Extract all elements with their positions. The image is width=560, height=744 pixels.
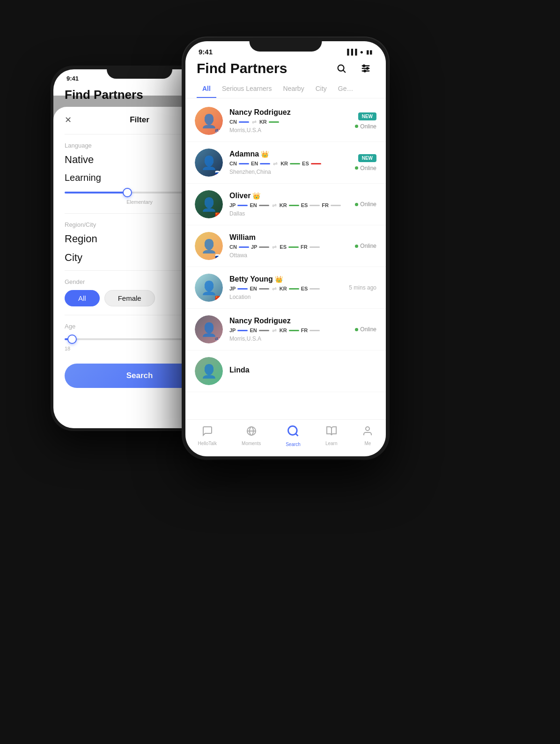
crown-icon: 👑 (261, 150, 269, 158)
phone-front: 9:41 ▐▐▐ ● ▮▮ Find Partners (183, 37, 389, 459)
learning-level-label: Elementary (126, 199, 153, 205)
front-time: 9:41 (199, 48, 213, 56)
new-badge: NEW (358, 154, 376, 162)
crown-icon: 👑 (275, 275, 283, 283)
svg-point-11 (288, 426, 297, 435)
partner-info: Nancy Rodriguez CN ⇌ KR Morris,U.S.A (229, 108, 355, 134)
header-icons (332, 60, 375, 77)
svg-point-13 (366, 427, 369, 431)
moments-icon (246, 425, 257, 439)
new-badge: NEW (358, 112, 376, 120)
tab-nearby[interactable]: Nearby (278, 81, 310, 98)
me-icon (362, 425, 373, 439)
avatar: 👤 🇺🇸 (195, 107, 223, 135)
front-notch (250, 37, 322, 52)
search-icon-button[interactable] (332, 60, 350, 77)
list-item[interactable]: 👤 🇺🇸 Nancy Rodriguez JP EN ⇌ KR (185, 309, 386, 350)
tab-city[interactable]: City (310, 81, 332, 98)
svg-point-3 (363, 65, 365, 67)
list-item[interactable]: 👤 🇨🇳 Oliver 👑 JP EN ⇌ KR (185, 184, 386, 225)
avatar: 👤 🇷🇺 (195, 149, 223, 177)
svg-line-1 (343, 70, 345, 72)
tab-all[interactable]: All (197, 81, 216, 98)
nav-me[interactable]: Me (362, 425, 373, 446)
filter-icon-button[interactable] (357, 60, 375, 77)
learning-slider-thumb[interactable] (123, 188, 132, 197)
nav-search[interactable]: Search (286, 424, 301, 447)
partner-meta: Online (355, 243, 376, 249)
avatar: 👤 🇨🇳 (195, 274, 223, 302)
nav-moments-label: Moments (242, 441, 261, 446)
svg-point-5 (367, 67, 368, 69)
partner-meta: 5 mins ago (349, 284, 376, 291)
nav-hellotalk[interactable]: HelloTalk (198, 425, 217, 446)
learn-icon (326, 425, 337, 439)
partner-meta: NEW Online (355, 112, 376, 130)
tab-serious[interactable]: Serious Learners (216, 81, 278, 98)
tab-ge[interactable]: Ge… (332, 81, 359, 98)
back-notch (107, 66, 172, 79)
partner-info: Oliver 👑 JP EN ⇌ KR ES FR (229, 192, 355, 217)
wifi-icon: ● (360, 49, 363, 55)
battery-icon: ▮▮ (366, 49, 373, 55)
nav-moments[interactable]: Moments (242, 425, 261, 446)
age-slider-thumb[interactable] (67, 335, 77, 344)
partner-info: Adamna 👑 CN EN ⇌ KR ES Shenzhen, (229, 150, 355, 175)
time-ago: 5 mins ago (349, 284, 376, 291)
gender-all-button[interactable]: All (65, 290, 100, 306)
nav-learn[interactable]: Learn (325, 425, 338, 446)
list-item[interactable]: 👤 Linda (185, 350, 386, 392)
list-item[interactable]: 👤 🇺🇸 Nancy Rodriguez CN ⇌ KR Morris,U.S.… (185, 100, 386, 142)
avatar: 👤 (195, 357, 223, 385)
partner-info: Linda (229, 366, 376, 376)
search-nav-icon (287, 424, 300, 440)
partners-list: 👤 🇺🇸 Nancy Rodriguez CN ⇌ KR Morris,U.S.… (185, 98, 386, 419)
partner-info: Betty Young 👑 JP EN ⇌ KR ES Loca (229, 275, 349, 300)
nav-learn-label: Learn (325, 441, 338, 446)
front-page-title: Find Partners (197, 60, 287, 76)
bottom-nav: HelloTalk Moments Search (185, 419, 386, 456)
front-screen: 9:41 ▐▐▐ ● ▮▮ Find Partners (185, 41, 386, 456)
signal-icon: ▐▐▐ (345, 49, 357, 55)
front-header: Find Partners (185, 58, 386, 81)
nav-me-label: Me (365, 441, 371, 446)
list-item[interactable]: 👤 🇨🇳 Betty Young 👑 JP EN ⇌ KR (185, 267, 386, 309)
svg-line-12 (295, 433, 298, 436)
avatar: 👤 🇷🇺 (195, 232, 223, 260)
nav-search-label: Search (286, 442, 301, 447)
svg-point-7 (364, 70, 366, 72)
avatar: 👤 🇨🇳 (195, 190, 223, 218)
partner-meta: Online (355, 326, 376, 333)
crown-icon: 👑 (252, 192, 260, 200)
partner-info: William CN JP ⇌ ES FR Ottawa (229, 233, 355, 259)
partner-info: Nancy Rodriguez JP EN ⇌ KR FR Morris,U.S… (229, 317, 355, 342)
partner-meta: NEW Online (355, 154, 376, 171)
list-item[interactable]: 👤 🇷🇺 William CN JP ⇌ ES F (185, 225, 386, 267)
avatar: 👤 🇺🇸 (195, 315, 223, 343)
back-time: 9:41 (66, 75, 79, 82)
filter-close-button[interactable]: ✕ (65, 115, 72, 125)
gender-female-button[interactable]: Female (104, 290, 155, 306)
learning-slider-fill (65, 192, 127, 193)
list-item[interactable]: 👤 🇷🇺 Adamna 👑 CN EN ⇌ KR (185, 142, 386, 184)
front-status-icons: ▐▐▐ ● ▮▮ (345, 49, 373, 55)
hellotalk-icon (202, 425, 213, 439)
filter-title: Filter (130, 115, 149, 125)
partner-meta: Online (355, 201, 376, 208)
nav-hellotalk-label: HelloTalk (198, 441, 217, 446)
age-value-label: 18 (65, 346, 70, 351)
front-tabs: All Serious Learners Nearby City Ge… (185, 81, 386, 98)
